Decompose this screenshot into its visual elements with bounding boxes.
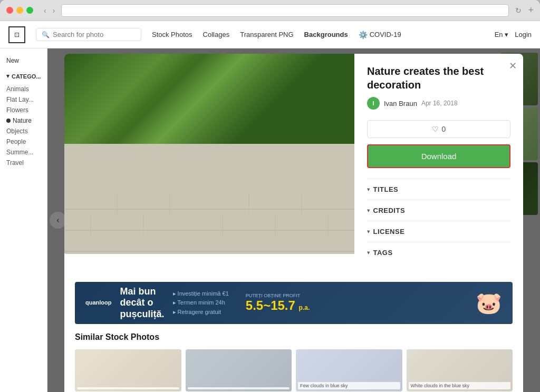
similar-item-1[interactable] xyxy=(75,349,181,391)
modal-overlay: ✕ xyxy=(47,48,540,392)
nav-right: En ▾ Login xyxy=(495,31,532,38)
photo-title: Nature creates the best decoration xyxy=(367,64,510,92)
browser-nav-buttons: ‹ › xyxy=(42,5,57,16)
author-avatar: I xyxy=(367,97,380,110)
active-indicator xyxy=(6,119,11,123)
close-traffic-light[interactable] xyxy=(6,7,13,14)
similar-label-3: Few clouds in blue sky xyxy=(298,382,400,389)
author-name[interactable]: Ivan Braun xyxy=(384,100,417,107)
accordion-credits: ▾ CREDITS xyxy=(367,200,510,221)
sidebar-new[interactable]: New xyxy=(6,57,41,64)
sidebar-item-travel[interactable]: Travel xyxy=(6,158,41,168)
sidebar-item-summer[interactable]: Summe... xyxy=(6,147,41,158)
accordion-license-header[interactable]: ▾ LICENSE xyxy=(367,228,510,236)
minimize-traffic-light[interactable] xyxy=(16,7,23,14)
accordion-tags-header[interactable]: ▾ TAGS xyxy=(367,249,510,257)
nav-stock-photos[interactable]: Stock Photos xyxy=(152,31,192,38)
accordion-titles: ▾ TITLES xyxy=(367,179,510,200)
similar-label-1 xyxy=(77,387,179,389)
chevron-credits-icon: ▾ xyxy=(367,208,370,213)
chevron-license-icon: ▾ xyxy=(367,229,370,234)
wall-lines xyxy=(64,193,354,254)
app-navbar: ⊡ 🔍 Stock Photos Collages Transparent PN… xyxy=(0,21,540,48)
app-logo[interactable]: ⊡ xyxy=(8,26,25,43)
forward-button[interactable]: › xyxy=(51,5,57,16)
traffic-lights xyxy=(6,7,33,14)
main-area: New ▾ CATEGO... Animals Flat Lay... Flow… xyxy=(0,48,540,392)
modal-close-button[interactable]: ✕ xyxy=(509,60,517,72)
similar-section: Similar Stock Photos Few clouds in blue … xyxy=(64,332,523,391)
similar-label-4: White clouds in the blue sky xyxy=(409,382,511,389)
author-row: I Ivan Braun Apr 16, 2018 xyxy=(367,97,510,110)
nav-transparent-png[interactable]: Transparent PNG xyxy=(240,31,293,38)
language-selector[interactable]: En ▾ xyxy=(495,31,509,38)
ad-rate-prefix: PUTEȚI OBȚINE PROFIT xyxy=(246,293,310,298)
main-photo xyxy=(64,54,354,254)
chevron-titles-icon: ▾ xyxy=(367,187,370,192)
sidebar-item-people[interactable]: People xyxy=(6,136,41,147)
sidebar-item-nature[interactable]: Nature xyxy=(6,115,41,126)
accordion-credits-header[interactable]: ▾ CREDITS xyxy=(367,207,510,214)
nav-collages[interactable]: Collages xyxy=(203,31,230,38)
address-bar[interactable] xyxy=(61,4,509,17)
heart-icon: ♡ xyxy=(432,125,439,133)
chevron-down-icon: ▾ xyxy=(6,73,9,80)
back-button[interactable]: ‹ xyxy=(42,5,49,16)
download-button[interactable]: Download xyxy=(367,144,510,168)
like-count: 0 xyxy=(442,125,446,133)
ad-headline: Mai bun decât o pușculiță. xyxy=(120,286,165,320)
sidebar-item-flowers[interactable]: Flowers xyxy=(6,105,41,115)
reload-button[interactable]: ↻ xyxy=(515,6,522,15)
accordion-license: ▾ LICENSE xyxy=(367,221,510,242)
login-button[interactable]: Login xyxy=(515,31,532,38)
covid-icon: ⚙️ xyxy=(359,31,368,39)
ad-banner[interactable]: quanloop Mai bun decât o pușculiță. ▸ In… xyxy=(75,282,513,324)
sidebar: New ▾ CATEGO... Animals Flat Lay... Flow… xyxy=(0,48,47,392)
similar-item-4[interactable]: White clouds in the blue sky xyxy=(407,349,513,391)
modal: ✕ xyxy=(64,54,523,392)
sidebar-category-header: ▾ CATEGO... xyxy=(6,73,41,80)
info-panel: Nature creates the best decoration I Iva… xyxy=(354,54,523,273)
title-bar: ‹ › ↻ + xyxy=(0,0,540,21)
new-tab-button[interactable]: + xyxy=(528,5,534,16)
nav-backgrounds[interactable]: Backgrounds xyxy=(304,31,348,38)
chevron-tags-icon: ▾ xyxy=(367,250,370,256)
ad-features: ▸ Investiție minimă €1 ▸ Termen minim 24… xyxy=(173,289,229,317)
similar-item-3[interactable]: Few clouds in blue sky xyxy=(296,349,402,391)
similar-section-title: Similar Stock Photos xyxy=(75,332,513,342)
photo-date: Apr 16, 2018 xyxy=(421,100,458,107)
nav-covid19[interactable]: ⚙️ COVID-19 xyxy=(359,31,401,39)
ad-logo-text: quanloop xyxy=(85,299,112,306)
background-content: ‹ › ✕ xyxy=(47,48,540,392)
photo-container xyxy=(64,54,354,273)
similar-grid: Few clouds in blue sky White clouds in t… xyxy=(75,349,513,391)
search-icon: 🔍 xyxy=(42,31,50,38)
search-input[interactable] xyxy=(53,31,127,38)
sidebar-item-flat-lay[interactable]: Flat Lay... xyxy=(6,94,41,105)
accordion-tags: ▾ TAGS xyxy=(367,242,510,263)
accordion-titles-header[interactable]: ▾ TITLES xyxy=(367,185,510,193)
sidebar-item-objects[interactable]: Objects xyxy=(6,126,41,136)
ad-logo: quanloop xyxy=(85,299,112,307)
ad-pig-icon: 🐷 xyxy=(476,291,502,316)
modal-top: Nature creates the best decoration I Iva… xyxy=(64,54,523,273)
like-button[interactable]: ♡ 0 xyxy=(367,120,510,138)
nav-links: Stock Photos Collages Transparent PNG Ba… xyxy=(152,31,401,39)
wall-background xyxy=(64,144,354,254)
ad-text-main: Mai bun decât o pușculiță. xyxy=(120,286,165,320)
search-bar[interactable]: 🔍 xyxy=(36,28,141,41)
similar-label-2 xyxy=(188,387,290,389)
sidebar-item-animals[interactable]: Animals xyxy=(6,84,41,94)
similar-item-2[interactable] xyxy=(186,349,292,391)
fullscreen-traffic-light[interactable] xyxy=(26,7,33,14)
ad-rate-section: PUTEȚI OBȚINE PROFIT 5.5~15.7 p.a. xyxy=(246,293,310,313)
ad-rate: 5.5~15.7 p.a. xyxy=(246,298,310,313)
